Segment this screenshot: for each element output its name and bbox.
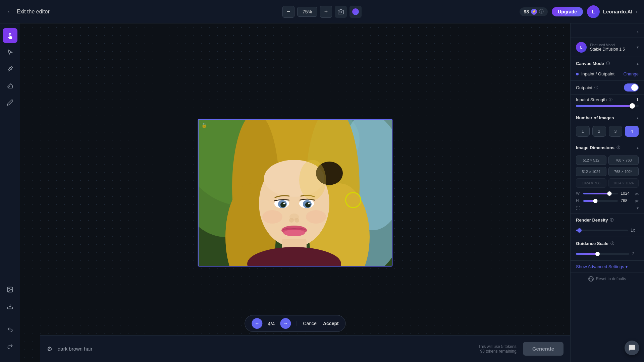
outpaint-info-icon[interactable]: ⓘ bbox=[594, 85, 598, 90]
hand-tool-button[interactable] bbox=[3, 28, 17, 43]
nav-next-button[interactable]: → bbox=[280, 318, 291, 329]
zoom-in-button[interactable]: + bbox=[320, 6, 332, 18]
nav-prev-button[interactable]: ← bbox=[252, 318, 262, 329]
svg-point-35 bbox=[299, 160, 326, 200]
guidance-scale-fill bbox=[576, 253, 597, 255]
mode-indicator-dot bbox=[576, 73, 579, 75]
download-button[interactable] bbox=[3, 299, 17, 314]
image-dimensions-info-icon[interactable]: ⓘ bbox=[616, 145, 620, 150]
zoom-out-button[interactable]: − bbox=[282, 6, 294, 18]
inpaint-strength-label: Inpaint Strength bbox=[576, 97, 607, 102]
left-toolbar bbox=[0, 23, 20, 362]
canvas-area[interactable]: 🔒 ← 4/4 → | Cancel Accept ⚙ This will us… bbox=[20, 23, 570, 362]
width-slider-fill bbox=[583, 193, 609, 194]
render-density-info-icon[interactable]: ⓘ bbox=[610, 218, 613, 223]
svg-point-25 bbox=[283, 203, 285, 204]
height-slider-thumb[interactable] bbox=[593, 199, 598, 203]
chat-support-button[interactable] bbox=[625, 341, 639, 355]
guidance-scale-slider[interactable] bbox=[576, 253, 629, 255]
inpaint-strength-info-icon[interactable]: ⓘ bbox=[609, 97, 612, 102]
width-label: W bbox=[576, 191, 581, 196]
pen-tool-button[interactable] bbox=[3, 95, 17, 110]
nav-cancel-button[interactable]: Cancel bbox=[303, 321, 318, 326]
token-cost-line: This will use 5 tokens. bbox=[478, 344, 518, 349]
token-remaining-line: 98 tokens remaining. bbox=[478, 349, 518, 354]
image-dimensions-content: 512 × 512 768 × 768 512 × 1024 768 × 102… bbox=[571, 153, 644, 213]
nav-accept-button[interactable]: Accept bbox=[323, 321, 339, 326]
outpaint-row: Outpaint ⓘ bbox=[571, 81, 644, 94]
exit-editor-button[interactable]: ← Exit the editor bbox=[7, 8, 50, 15]
nav-counter: 4/4 bbox=[268, 321, 275, 326]
svg-point-33 bbox=[306, 210, 326, 224]
user-profile-button[interactable]: L Leonardo.AI ‹ bbox=[587, 5, 637, 18]
height-slider-track[interactable] bbox=[583, 200, 618, 202]
inpaint-strength-row: Inpaint Strength ⓘ 1 bbox=[571, 95, 644, 104]
canvas-mode-change-button[interactable]: Change bbox=[623, 71, 639, 76]
image-dimensions-collapse-icon[interactable]: ▴ bbox=[637, 145, 639, 150]
image-dimensions-title: Image Dimensions bbox=[576, 145, 614, 150]
inpaint-strength-slider-thumb[interactable] bbox=[630, 103, 635, 109]
circle-icon-button[interactable] bbox=[350, 6, 362, 18]
model-selector[interactable]: L Finetuned Model Stable Diffusion 1.5 ▾ bbox=[571, 38, 644, 57]
token-count: 98 bbox=[524, 9, 529, 14]
camera-icon-button[interactable] bbox=[335, 6, 347, 18]
canvas-mode-content: Inpaint / Outpaint Change bbox=[571, 69, 644, 80]
image-navigation-bar: ← 4/4 → | Cancel Accept bbox=[245, 315, 345, 332]
model-avatar: L bbox=[576, 42, 587, 53]
dimension-presets-grid: 512 × 512 768 × 768 512 × 1024 768 × 102… bbox=[576, 156, 639, 188]
aspect-ratio-icon bbox=[576, 206, 581, 210]
num-images-2-button[interactable]: 2 bbox=[592, 126, 606, 137]
width-slider-track[interactable] bbox=[583, 193, 618, 194]
height-unit: px bbox=[635, 199, 639, 203]
inpaint-strength-slider-track[interactable] bbox=[576, 105, 639, 107]
undo-redo-area bbox=[3, 322, 17, 357]
prompt-input[interactable] bbox=[58, 346, 473, 352]
image-tool-button[interactable] bbox=[3, 282, 17, 297]
prompt-settings-icon[interactable]: ⚙ bbox=[47, 345, 52, 353]
canvas-mode-info-icon[interactable]: ⓘ bbox=[606, 61, 610, 66]
tokens-badge: 98 ⚡ ⓘ bbox=[520, 7, 548, 16]
advanced-settings-button[interactable]: Show Advanced Settings ▾ bbox=[571, 260, 644, 273]
inpaint-strength-value: 1 bbox=[636, 97, 639, 102]
portrait-image bbox=[199, 120, 392, 266]
dim-preset-768x1024[interactable]: 768 × 1024 bbox=[608, 167, 639, 176]
tokens-info-icon[interactable]: ⓘ bbox=[539, 9, 544, 15]
undo-button[interactable] bbox=[3, 322, 17, 337]
image-dimensions-header: Image Dimensions ⓘ ▴ bbox=[571, 141, 644, 153]
canvas-mode-collapse-icon[interactable]: ▴ bbox=[637, 61, 639, 66]
outpaint-toggle[interactable] bbox=[624, 83, 639, 92]
guidance-scale-info-icon[interactable]: ⓘ bbox=[610, 241, 614, 246]
svg-point-26 bbox=[308, 203, 310, 204]
panel-header: › bbox=[571, 23, 644, 38]
aspect-ratio-chevron[interactable]: ▾ bbox=[637, 206, 639, 210]
dim-preset-768x768[interactable]: 768 × 768 bbox=[608, 156, 639, 165]
num-images-4-button[interactable]: 4 bbox=[625, 126, 639, 137]
width-unit: px bbox=[635, 191, 639, 195]
num-images-3-button[interactable]: 3 bbox=[609, 126, 623, 137]
number-of-images-collapse-icon[interactable]: ▴ bbox=[637, 116, 639, 120]
svg-point-28 bbox=[289, 218, 294, 223]
panel-collapse-button[interactable]: › bbox=[637, 29, 639, 35]
generate-button[interactable]: Generate bbox=[523, 342, 564, 356]
dim-preset-512x1024[interactable]: 512 × 1024 bbox=[576, 167, 606, 176]
eraser-tool-button[interactable] bbox=[3, 78, 17, 93]
width-value: 1024 bbox=[621, 191, 632, 196]
num-images-1-button[interactable]: 1 bbox=[576, 126, 590, 137]
render-density-thumb[interactable] bbox=[577, 228, 582, 233]
reset-icon bbox=[588, 276, 594, 282]
guidance-scale-thumb[interactable] bbox=[595, 252, 600, 256]
render-density-slider[interactable] bbox=[576, 230, 628, 231]
brush-tool-button[interactable] bbox=[3, 62, 17, 76]
zoom-level-display[interactable]: 75% bbox=[297, 7, 317, 17]
select-tool-button[interactable] bbox=[3, 45, 17, 60]
reset-defaults-button[interactable]: Reset to defaults bbox=[571, 273, 644, 285]
dim-preset-1024x1024: 1024 × 1024 bbox=[608, 178, 639, 188]
svg-point-2 bbox=[8, 288, 9, 289]
redo-button[interactable] bbox=[3, 339, 17, 354]
exit-arrow-icon: ← bbox=[7, 8, 13, 15]
dim-preset-512x512[interactable]: 512 × 512 bbox=[576, 156, 606, 165]
width-slider-thumb[interactable] bbox=[607, 191, 611, 196]
topbar: ← Exit the editor − 75% + 98 ⚡ ⓘ Upgrade… bbox=[0, 0, 644, 23]
upgrade-button[interactable]: Upgrade bbox=[552, 7, 583, 16]
user-name: Leonardo.AI bbox=[603, 9, 633, 14]
